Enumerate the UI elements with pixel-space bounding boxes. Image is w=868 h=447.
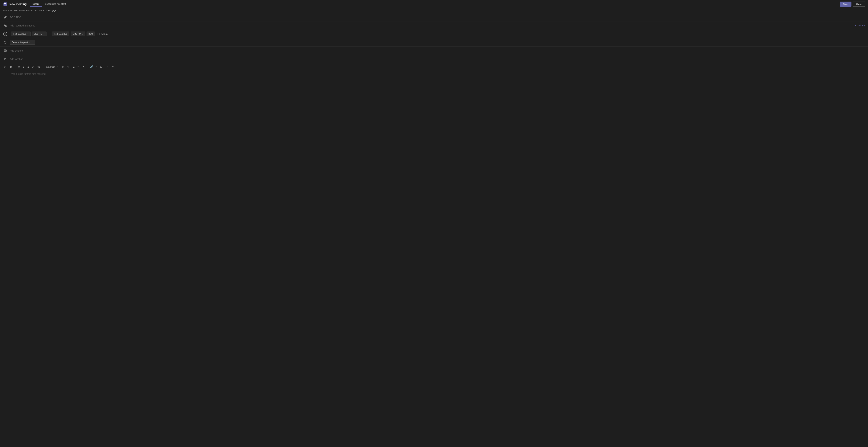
start-time-chevron-icon xyxy=(43,33,45,34)
redo-button[interactable]: ↪ xyxy=(111,65,115,69)
editor-body[interactable]: Type details for this new meeting xyxy=(0,70,868,109)
channel-icon xyxy=(3,48,8,53)
highlight-button[interactable]: ▲ xyxy=(26,65,30,69)
tab-details[interactable]: Details xyxy=(30,2,42,7)
repeat-row: Does not repeat xyxy=(0,38,868,47)
link-button[interactable]: 🔗 xyxy=(89,65,94,69)
svg-rect-3 xyxy=(4,5,6,5)
svg-rect-2 xyxy=(4,4,6,4)
subheading-button[interactable]: H₂ xyxy=(66,65,71,69)
app-icon xyxy=(3,2,8,7)
undo-button[interactable]: ↩ xyxy=(106,65,111,69)
title-input[interactable] xyxy=(10,14,865,20)
rich-text-area: B I U S ▲ A Aa Paragraph H H₂ ☰ ≡ ⇥ " 🔗 … xyxy=(0,63,868,109)
location-row xyxy=(0,55,868,63)
timezone-label: Time zone: (UTC-05:00) Eastern Time (US … xyxy=(3,9,53,12)
timezone-bar[interactable]: Time zone: (UTC-05:00) Eastern Time (US … xyxy=(0,8,868,13)
location-icon xyxy=(3,57,8,61)
allday-toggle[interactable]: All day xyxy=(97,33,108,35)
strikethrough-button[interactable]: S xyxy=(22,65,25,69)
page-title: New meeting xyxy=(9,3,27,6)
repeat-select[interactable]: Does not repeat xyxy=(10,40,35,44)
table-button[interactable]: ⊞ xyxy=(99,65,103,69)
paragraph-label: Paragraph xyxy=(45,65,55,68)
toolbar-sep-2 xyxy=(60,65,60,68)
bold-button[interactable]: B xyxy=(9,65,13,69)
paragraph-chevron-icon xyxy=(56,66,58,67)
bulletlist-button[interactable]: ≡ xyxy=(76,65,80,69)
timezone-chevron-icon xyxy=(53,9,56,11)
attendees-content: + Optional xyxy=(10,24,865,28)
form-area: + Optional Feb 18, 2021 5:00 PM → Feb 18… xyxy=(0,13,868,109)
start-time-value: 5:00 PM xyxy=(34,33,42,35)
save-button[interactable]: Save xyxy=(840,2,851,7)
channel-input[interactable] xyxy=(10,49,865,52)
header-tabs: Details Scheduling Assistant xyxy=(30,2,68,7)
editor-placeholder: Type details for this new meeting xyxy=(10,72,45,75)
indent-button[interactable]: ⇥ xyxy=(81,65,85,69)
svg-point-8 xyxy=(5,58,6,59)
tab-scheduling[interactable]: Scheduling Assistant xyxy=(42,2,68,7)
quote-button[interactable]: " xyxy=(86,65,89,69)
attendees-row: + Optional xyxy=(0,22,868,30)
start-date-value: Feb 18, 2021 xyxy=(13,33,27,35)
heading-button[interactable]: H xyxy=(61,65,65,69)
channel-row xyxy=(0,47,868,55)
font-size-button[interactable]: Aa xyxy=(36,65,41,69)
start-date-field[interactable]: Feb 18, 2021 xyxy=(11,32,31,36)
font-color-button[interactable]: A xyxy=(31,65,35,69)
repeat-value: Does not repeat xyxy=(12,41,28,43)
title-content xyxy=(10,14,865,20)
datetime-row: Feb 18, 2021 5:00 PM → Feb 18, 2021 5:30… xyxy=(0,30,868,38)
duration-badge[interactable]: 30m xyxy=(87,32,95,36)
align-button[interactable]: ≡ xyxy=(95,65,98,69)
end-time-field[interactable]: 5:30 PM xyxy=(71,32,85,36)
end-date-field[interactable]: Feb 18, 2021 xyxy=(52,32,69,36)
clock-icon xyxy=(3,32,8,36)
allday-toggle-dot[interactable] xyxy=(97,33,100,35)
close-button[interactable]: Close xyxy=(853,2,865,7)
svg-rect-7 xyxy=(4,50,6,52)
channel-content xyxy=(10,49,865,52)
allday-label: All day xyxy=(101,33,108,35)
arrow-separator: → xyxy=(48,32,51,35)
header-actions: Save Close xyxy=(840,2,865,7)
location-content xyxy=(10,58,865,60)
title-row xyxy=(0,13,868,22)
start-date-chevron-icon xyxy=(27,33,29,34)
people-icon xyxy=(3,23,8,28)
italic-button[interactable]: I xyxy=(13,65,17,69)
end-date-value: Feb 18, 2021 xyxy=(54,33,67,35)
underline-button[interactable]: U xyxy=(17,65,21,69)
editor-toolbar: B I U S ▲ A Aa Paragraph H H₂ ☰ ≡ ⇥ " 🔗 … xyxy=(0,63,868,70)
optional-link[interactable]: + Optional xyxy=(855,24,865,27)
numberedlist-button[interactable]: ☰ xyxy=(71,65,76,69)
header: New meeting Details Scheduling Assistant… xyxy=(0,0,868,8)
svg-point-4 xyxy=(4,25,5,26)
edit-icon xyxy=(3,64,8,69)
end-time-chevron-icon xyxy=(82,33,84,34)
start-time-field[interactable]: 5:00 PM xyxy=(32,32,46,36)
pencil-icon xyxy=(3,15,8,20)
location-input[interactable] xyxy=(10,58,865,60)
end-time-value: 5:30 PM xyxy=(73,33,81,35)
toolbar-sep-1 xyxy=(42,65,42,68)
repeat-chevron-icon xyxy=(29,41,30,43)
svg-rect-1 xyxy=(4,3,6,4)
repeat-icon xyxy=(3,40,8,45)
svg-point-5 xyxy=(6,25,6,26)
paragraph-button[interactable]: Paragraph xyxy=(44,65,58,69)
attendees-input[interactable] xyxy=(10,24,854,28)
